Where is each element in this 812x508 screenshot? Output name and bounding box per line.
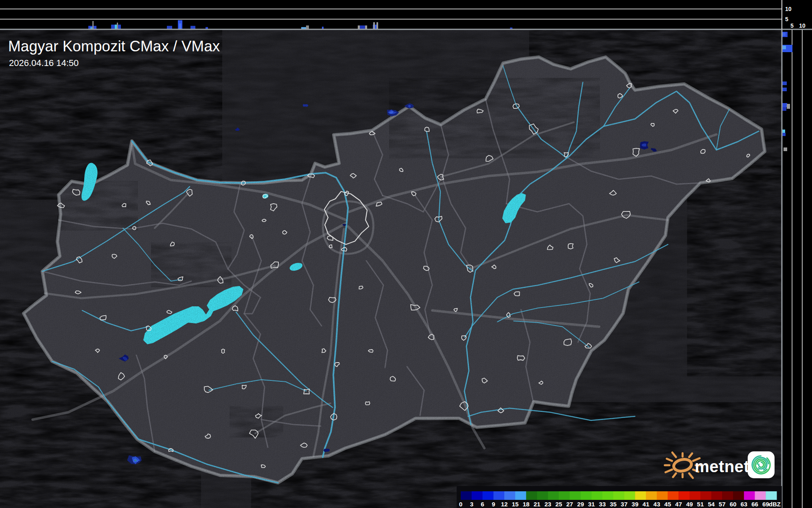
- colorbar-label: 45: [664, 501, 671, 508]
- colorbar-label: 29: [577, 501, 584, 508]
- profile-echo: [167, 26, 172, 29]
- colorbar-unit-label: dBZ: [769, 501, 781, 508]
- top-axis-label-5km: 5: [785, 16, 788, 22]
- colorbar-cell: [472, 491, 483, 500]
- colorbar-cell: [711, 491, 722, 500]
- colorbar-label: 9: [492, 501, 495, 508]
- profile-echo: [782, 46, 786, 49]
- profile-echo: [365, 26, 367, 29]
- colorbar-cell: [700, 491, 711, 500]
- colorbar-label: 60: [730, 501, 737, 508]
- profile-echo: [179, 24, 181, 29]
- colorbar-cell: [493, 491, 504, 500]
- colorbar-label: 35: [610, 501, 617, 508]
- map-layer: [0, 29, 782, 508]
- colorbar-cell: [657, 491, 668, 500]
- colorbar-cell: [678, 491, 689, 500]
- profile-echo: [373, 22, 375, 29]
- colorbar-label: 12: [501, 501, 508, 508]
- top-axis-label-10km: 10: [785, 6, 792, 12]
- colorbar-cell: [755, 491, 766, 500]
- colorbar-label: 37: [621, 501, 628, 508]
- colorbar-cell: [635, 491, 646, 500]
- colorbar-cell: [744, 491, 755, 500]
- top-profile-panel: [0, 0, 782, 29]
- profile-echo: [782, 81, 787, 85]
- profile-echo: [782, 88, 787, 91]
- colorbar-cell: [559, 491, 570, 500]
- colorbar-cell: [548, 491, 559, 500]
- colorbar-label: 39: [632, 501, 639, 508]
- terrain-grain: [0, 29, 782, 508]
- colorbar-label: 6: [481, 501, 484, 508]
- colorbar-label: 41: [643, 501, 650, 508]
- colorbar-label: 31: [588, 501, 595, 508]
- colorbar-cell: [461, 491, 472, 500]
- colorbar-label: 0: [459, 501, 462, 508]
- colorbar-cell: [580, 491, 591, 500]
- colorbar-cell: [689, 491, 700, 500]
- colorbar-label: 27: [566, 501, 573, 508]
- profile-echo: [376, 22, 378, 29]
- colorbar-cell: [668, 491, 678, 500]
- colorbar-label: 23: [545, 501, 552, 508]
- colorbar-cell: [722, 491, 733, 500]
- colorbar-label: 15: [512, 501, 519, 508]
- colorbar-cell: [733, 491, 744, 500]
- colorbar-label: 69: [762, 501, 769, 508]
- colorbar-label: 66: [751, 501, 758, 508]
- right-profile-panel: [782, 29, 812, 508]
- colorbar-label: 18: [523, 501, 530, 508]
- timestamp: 2026.04.16 14:50: [9, 58, 79, 68]
- colorbar-label: 25: [555, 501, 562, 508]
- colorbar-cell: [526, 491, 537, 500]
- profile-echo: [787, 104, 790, 109]
- colorbar-label: 47: [675, 501, 682, 508]
- colorbar-cell: [483, 491, 494, 500]
- profile-echo: [306, 26, 309, 29]
- colorbar-label: 63: [740, 501, 747, 508]
- profile-echo: [784, 147, 787, 151]
- colorbar-label: 3: [470, 501, 473, 508]
- profile-echo: [117, 23, 118, 29]
- profile-echo: [360, 26, 365, 29]
- page-title: Magyar Kompozit CMax / VMax: [8, 38, 220, 55]
- radar-composite-page: 10 5 5 10 Magyar Kompozit CMax / VMax 20…: [0, 0, 812, 508]
- colorbar-label: 33: [599, 501, 606, 508]
- colorbar-cell: [602, 491, 613, 500]
- right-axis-label-10km: 10: [799, 22, 805, 29]
- dbz-colorbar: 0369121518212325272931333537394143454749…: [457, 486, 782, 508]
- colorbar-cell: [504, 491, 515, 500]
- profile-echo: [782, 103, 787, 107]
- colorbar-cell: [613, 491, 624, 500]
- profile-echo: [782, 133, 786, 136]
- colorbar-label: 51: [697, 501, 704, 508]
- profile-echo: [92, 21, 94, 29]
- right-panel-background: [782, 29, 812, 508]
- profile-echo: [782, 130, 785, 133]
- colorbar-cell: [537, 491, 548, 500]
- radar-composite-image: 10 5 5 10 Magyar Kompozit CMax / VMax 20…: [0, 0, 812, 508]
- colorbar-label: 49: [686, 501, 693, 508]
- right-axis-label-5km: 5: [790, 22, 794, 29]
- colorbar-label: 57: [719, 501, 726, 508]
- colorbar-cell: [646, 491, 657, 500]
- colorbar-cell: [766, 491, 777, 500]
- colorbar-label: 43: [653, 501, 660, 508]
- profile-echo: [358, 26, 360, 29]
- profile-echo: [782, 107, 786, 111]
- colorbar-cell: [624, 491, 635, 500]
- profile-echo: [782, 33, 786, 36]
- colorbar-label: 21: [534, 501, 541, 508]
- profile-echo: [190, 26, 195, 29]
- metnet-app-icon: [748, 451, 775, 478]
- colorbar-cell: [515, 491, 526, 500]
- metnet-wordmark: metnet: [695, 457, 749, 475]
- corner-box: [782, 0, 812, 29]
- colorbar-cell: [570, 491, 581, 500]
- colorbar-label: 54: [708, 501, 715, 508]
- colorbar-cell: [591, 491, 602, 500]
